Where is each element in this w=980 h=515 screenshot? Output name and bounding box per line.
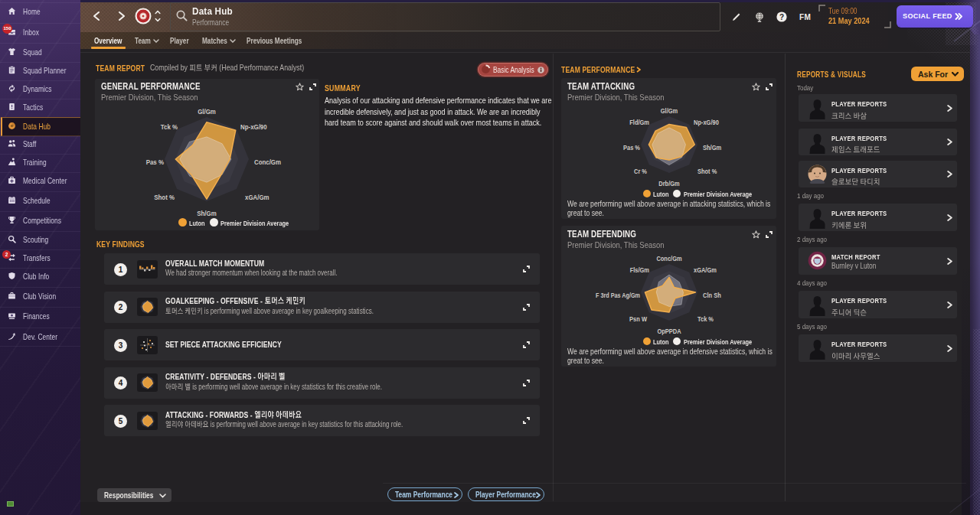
svg-text:Np-xG/90: Np-xG/90: [240, 122, 267, 131]
svg-text:Sh/Gm: Sh/Gm: [197, 209, 216, 217]
svg-text:Pas %: Pas %: [146, 158, 165, 166]
svg-text:Sh/Gm: Sh/Gm: [703, 144, 721, 152]
svg-text:xGA/Gm: xGA/Gm: [694, 266, 717, 274]
svg-text:OpPPDA: OpPPDA: [657, 328, 681, 335]
svg-text:Tck %: Tck %: [161, 122, 178, 131]
svg-text:Conc/Gm: Conc/Gm: [656, 255, 681, 262]
svg-text:Gl/Gm: Gl/Gm: [661, 107, 678, 115]
svg-text:Fls/Gm: Fls/Gm: [630, 266, 649, 274]
svg-text:Shot %: Shot %: [154, 193, 175, 201]
svg-text:xGA/Gm: xGA/Gm: [245, 193, 270, 201]
svg-text:Conc/Gm: Conc/Gm: [254, 158, 281, 166]
svg-text:Cln Sh: Cln Sh: [703, 292, 721, 299]
svg-text:F 3rd Pas Ag/Gm: F 3rd Pas Ag/Gm: [596, 292, 640, 299]
svg-text:?: ?: [779, 13, 784, 21]
svg-text:Pas %: Pas %: [623, 144, 640, 152]
svg-text:Fld/Gm: Fld/Gm: [629, 119, 649, 126]
svg-text:Tck %: Tck %: [697, 315, 714, 323]
svg-text:Np-xG/90: Np-xG/90: [694, 119, 719, 126]
svg-text:Cr %: Cr %: [634, 168, 647, 175]
svg-text:Drb/Gm: Drb/Gm: [658, 180, 679, 187]
svg-text:Gl/Gm: Gl/Gm: [198, 107, 216, 116]
svg-text:Psn W: Psn W: [629, 315, 647, 323]
svg-text:Shot %: Shot %: [697, 168, 717, 175]
